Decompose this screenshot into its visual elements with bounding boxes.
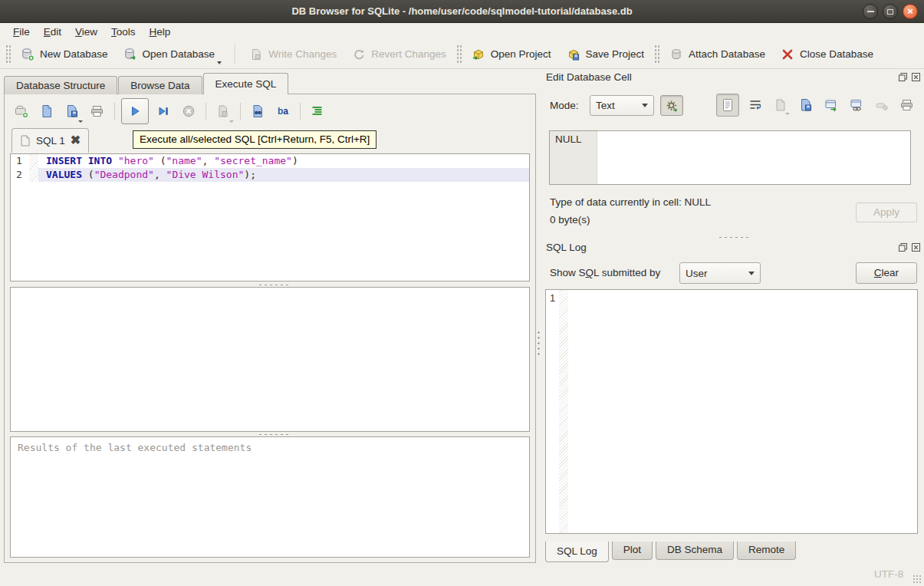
open-database-button[interactable]: Open Database bbox=[116, 43, 230, 66]
menu-help-rest: elp bbox=[156, 26, 170, 38]
new-tab-icon bbox=[14, 104, 29, 119]
save-sql-dropdown-caret-icon[interactable] bbox=[78, 120, 83, 123]
main-splitter[interactable] bbox=[537, 330, 541, 357]
edit-cell-dock-title: Edit Database Cell bbox=[546, 71, 632, 83]
execute-all-button[interactable] bbox=[121, 98, 149, 124]
tab-browse-data[interactable]: Browse Data bbox=[118, 76, 202, 94]
results-pane[interactable]: Results of the last executed statements bbox=[10, 436, 530, 558]
attach-database-icon bbox=[669, 48, 683, 61]
cell-type-info: Type of data currently in cell: NULL bbox=[550, 196, 711, 208]
menu-tools[interactable]: Tools bbox=[104, 25, 143, 39]
open-external-icon bbox=[824, 97, 839, 113]
new-database-button[interactable]: New Database bbox=[13, 43, 116, 66]
execute-current-line-button[interactable] bbox=[153, 100, 174, 122]
toolbar-grip[interactable] bbox=[654, 44, 659, 64]
code-text: VALUES ("Deadpond", "Dive Wilson"); bbox=[38, 168, 529, 182]
cell-editor[interactable]: NULL bbox=[549, 130, 911, 185]
save-sql-file-button[interactable] bbox=[61, 100, 83, 122]
fold-margin bbox=[29, 168, 38, 182]
bottom-tab-sql-log[interactable]: SQL Log bbox=[545, 542, 609, 562]
word-wrap-button[interactable] bbox=[746, 96, 765, 114]
encoding-indicator[interactable]: UTF-8 bbox=[874, 568, 903, 580]
sql-source-dropdown[interactable]: User bbox=[679, 262, 761, 284]
code-token: "secret_name" bbox=[214, 155, 292, 166]
auto-completion-button[interactable]: ba bbox=[272, 100, 294, 122]
clear-label-mnemonic: C bbox=[874, 267, 882, 278]
save-project-button[interactable]: Save Project bbox=[559, 43, 653, 66]
toolbar-grip[interactable] bbox=[5, 44, 11, 64]
menu-help[interactable]: Help bbox=[143, 25, 178, 39]
export-data-button[interactable] bbox=[797, 96, 815, 114]
app-window: DB Browser for SQLite - /home/user/code/… bbox=[0, 0, 924, 586]
text-mode-button[interactable] bbox=[716, 94, 739, 117]
open-external-button[interactable] bbox=[822, 96, 840, 114]
code-token: , bbox=[202, 155, 215, 166]
toolbar-separator bbox=[114, 103, 115, 120]
resize-grip[interactable] bbox=[912, 574, 922, 584]
toolbar-separator bbox=[300, 103, 301, 120]
close-dock-icon[interactable] bbox=[911, 242, 921, 252]
write-changes-label: Write Changes bbox=[268, 48, 337, 60]
main-tab-bar: Database Structure Browse Data Execute S… bbox=[4, 73, 289, 94]
open-database-label: Open Database bbox=[143, 48, 215, 60]
menu-view-rest: iew bbox=[82, 26, 97, 38]
menu-view[interactable]: View bbox=[68, 25, 104, 39]
apply-format-button[interactable] bbox=[660, 95, 683, 116]
sql-log-view[interactable]: 1 bbox=[545, 289, 918, 534]
right-dock-area: Edit Database Cell Mode: Text bbox=[541, 69, 923, 566]
editor-secondary-pane[interactable] bbox=[10, 287, 530, 432]
bottom-tab-bar: SQL Log Plot DB Schema Remote bbox=[545, 542, 799, 562]
mode-dropdown[interactable]: Text bbox=[590, 95, 654, 116]
sql-document-tab[interactable]: SQL 1 ✖ bbox=[12, 128, 89, 153]
write-changes-button: Write Changes bbox=[242, 43, 344, 66]
database-open-icon bbox=[123, 48, 137, 61]
float-dock-icon[interactable] bbox=[898, 242, 908, 252]
toolbar-grip[interactable] bbox=[456, 44, 462, 64]
open-sql-file-button[interactable] bbox=[36, 100, 58, 122]
close-database-button[interactable]: Close Database bbox=[773, 43, 881, 66]
float-dock-icon[interactable] bbox=[898, 72, 908, 82]
find-replace-button[interactable] bbox=[247, 100, 268, 122]
code-token: "Dive Wilson" bbox=[166, 169, 245, 180]
close-database-label: Close Database bbox=[800, 48, 873, 60]
toolbar-separator bbox=[240, 103, 241, 120]
close-database-icon bbox=[781, 48, 794, 61]
close-sql-tab-icon[interactable]: ✖ bbox=[71, 134, 81, 146]
sql-editor[interactable]: 1 INSERT INTO "hero" ("name", "secret_na… bbox=[10, 153, 530, 281]
print-icon bbox=[90, 104, 105, 119]
close-icon[interactable]: × bbox=[903, 4, 918, 19]
copy-link-button[interactable] bbox=[847, 96, 866, 114]
stop-button bbox=[178, 100, 199, 122]
open-project-button[interactable]: Open Project bbox=[464, 43, 559, 66]
cell-editor-content[interactable] bbox=[597, 131, 910, 184]
code-token: "name" bbox=[166, 155, 202, 166]
minimize-icon[interactable] bbox=[863, 4, 878, 19]
filter-label-mnemonic: Q bbox=[586, 267, 594, 278]
tab-database-structure[interactable]: Database Structure bbox=[4, 76, 117, 94]
print-cell-button[interactable] bbox=[898, 96, 916, 114]
set-null-icon bbox=[874, 97, 889, 113]
attach-database-button[interactable]: Attach Database bbox=[662, 43, 773, 66]
copy-link-icon bbox=[849, 97, 864, 113]
new-tab-button[interactable] bbox=[11, 100, 32, 122]
close-dock-icon[interactable] bbox=[911, 72, 921, 82]
open-database-dropdown-caret-icon[interactable] bbox=[217, 61, 222, 64]
maximize-icon[interactable] bbox=[883, 4, 898, 19]
log-content bbox=[568, 290, 917, 533]
bottom-tab-remote[interactable]: Remote bbox=[737, 542, 796, 560]
line-number: 2 bbox=[11, 168, 29, 182]
bottom-tab-plot[interactable]: Plot bbox=[612, 542, 653, 560]
clear-log-button[interactable]: Clear bbox=[856, 262, 917, 284]
code-token: "hero" bbox=[118, 155, 154, 166]
dock-splitter[interactable] bbox=[718, 235, 748, 239]
print-button[interactable] bbox=[87, 100, 108, 122]
format-sql-button[interactable] bbox=[307, 100, 328, 122]
menu-file[interactable]: File bbox=[6, 25, 37, 39]
fold-margin bbox=[29, 154, 38, 168]
tab-execute-sql[interactable]: Execute SQL bbox=[203, 73, 289, 94]
menu-edit[interactable]: Edit bbox=[37, 25, 68, 39]
export-data-icon bbox=[798, 97, 814, 113]
code-token: INSERT INTO bbox=[46, 155, 112, 166]
bottom-tab-db-schema[interactable]: DB Schema bbox=[656, 542, 734, 560]
filter-label-pre: Show S bbox=[550, 267, 586, 278]
